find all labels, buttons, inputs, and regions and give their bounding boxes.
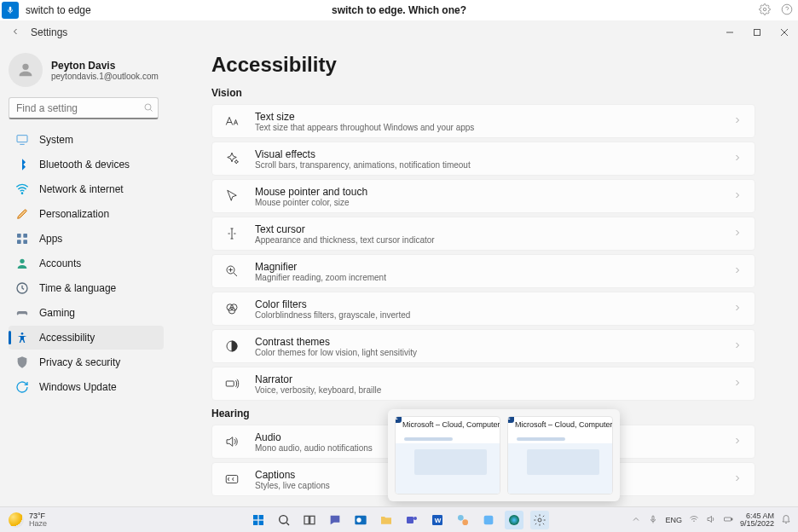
back-button[interactable] <box>10 26 20 39</box>
sidebar-item-system[interactable]: System <box>9 128 164 152</box>
svg-rect-9 <box>17 136 27 142</box>
svg-rect-29 <box>253 515 257 519</box>
taskbar-word[interactable]: W <box>428 511 447 529</box>
bluetooth-icon <box>15 158 29 171</box>
item-visual-effects[interactable]: Visual effectsScroll bars, transparency,… <box>211 142 755 176</box>
maximize-button[interactable] <box>743 20 771 44</box>
window-titlebar: Settings <box>0 20 798 44</box>
svg-rect-45 <box>484 515 494 524</box>
sidebar-item-network[interactable]: Network & internet <box>9 177 164 201</box>
search-field[interactable] <box>9 97 164 119</box>
thumb-preview <box>508 432 612 494</box>
item-desc: Appearance and thickness, text cursor in… <box>255 235 732 245</box>
taskbar-app-1[interactable] <box>454 511 472 529</box>
sidebar-item-accounts[interactable]: Accounts <box>9 252 164 275</box>
item-title: Text cursor <box>255 223 732 235</box>
magnifier-icon <box>224 263 240 279</box>
sidebar-item-time[interactable]: Time & language <box>9 276 164 300</box>
svg-rect-27 <box>226 381 234 386</box>
tray-wifi-icon[interactable] <box>689 514 699 526</box>
taskbar-edge[interactable] <box>505 511 523 529</box>
item-title: Color filters <box>255 298 732 310</box>
item-text-size[interactable]: Text sizeText size that appears througho… <box>211 104 755 138</box>
svg-point-7 <box>145 104 151 110</box>
sidebar-item-label: Accounts <box>39 257 81 269</box>
search-icon <box>143 102 153 115</box>
taskbar-settings[interactable] <box>530 511 549 529</box>
window-switcher-popup: 1 Microsoft – Cloud, Computers, … 2 Micr… <box>388 409 620 501</box>
section-vision: Vision <box>211 87 755 99</box>
item-magnifier[interactable]: MagnifierMagnifier reading, zoom increme… <box>211 254 755 288</box>
tray-date: 9/15/2022 <box>740 520 774 528</box>
mic-icon[interactable] <box>2 2 19 19</box>
sidebar-item-privacy[interactable]: Privacy & security <box>9 350 164 374</box>
sidebar-item-update[interactable]: Windows Update <box>9 375 164 399</box>
narrator-icon <box>224 376 240 391</box>
thumb-badge: 1 <box>395 416 402 423</box>
sidebar-item-label: Windows Update <box>39 381 117 393</box>
contrast-icon <box>224 338 240 354</box>
tray-lang[interactable]: ENG <box>665 516 682 524</box>
sidebar-item-gaming[interactable]: Gaming <box>9 301 164 325</box>
weather-icon <box>9 512 24 528</box>
item-text-cursor[interactable]: Text cursorAppearance and thickness, tex… <box>211 217 755 251</box>
item-title: Contrast themes <box>255 336 732 348</box>
start-button[interactable] <box>249 511 268 529</box>
minimize-button[interactable] <box>716 20 743 44</box>
person-icon <box>15 257 29 270</box>
close-button[interactable] <box>771 20 798 44</box>
svg-point-40 <box>413 517 417 520</box>
svg-rect-31 <box>253 520 257 524</box>
item-desc: Voice, verbosity, keyboard, braille <box>255 385 732 395</box>
taskbar-weather[interactable]: 73°FHaze <box>9 512 47 528</box>
voice-command-bar: switch to edge switch to edge. Which one… <box>0 0 798 20</box>
item-desc: Colorblindness filters, grayscale, inver… <box>255 310 732 320</box>
search-input[interactable] <box>9 97 159 119</box>
chevron-right-icon <box>732 340 743 353</box>
sidebar-item-label: Time & language <box>39 282 116 294</box>
chevron-right-icon <box>732 228 743 240</box>
taskbar-teams[interactable] <box>402 511 421 529</box>
sidebar-item-label: Accessibility <box>39 332 95 344</box>
item-narrator[interactable]: NarratorVoice, verbosity, keyboard, brai… <box>211 367 755 401</box>
tray-mic-icon[interactable] <box>648 514 658 526</box>
taskbar-outlook[interactable] <box>351 511 370 529</box>
sidebar-item-accessibility[interactable]: Accessibility <box>9 326 164 350</box>
tray-volume-icon[interactable] <box>706 514 716 526</box>
profile-block[interactable]: Peyton Davis peytondavis.1@outlook.com <box>9 53 164 87</box>
item-contrast-themes[interactable]: Contrast themesColor themes for low visi… <box>211 329 755 363</box>
taskbar-explorer[interactable] <box>377 511 396 529</box>
window-title: Settings <box>31 26 67 38</box>
taskbar-search[interactable] <box>275 511 293 529</box>
window-thumb-1[interactable]: 1 Microsoft – Cloud, Computers, … <box>395 416 500 494</box>
item-desc: Scroll bars, transparency, animations, n… <box>255 160 732 170</box>
svg-point-46 <box>509 515 519 525</box>
gear-icon[interactable] <box>759 3 771 18</box>
sidebar-item-apps[interactable]: Apps <box>9 227 164 251</box>
item-color-filters[interactable]: Color filtersColorblindness filters, gra… <box>211 292 755 326</box>
taskbar-app-2[interactable] <box>479 511 498 529</box>
sidebar-item-personalization[interactable]: Personalization <box>9 202 164 226</box>
tray-battery-icon[interactable] <box>723 514 733 526</box>
sidebar: Peyton Davis peytondavis.1@outlook.com S… <box>0 44 171 508</box>
help-icon[interactable] <box>781 3 793 18</box>
tray-notifications-icon[interactable] <box>781 514 791 526</box>
sidebar-item-label: System <box>39 134 73 146</box>
tray-clock[interactable]: 6:45 AM9/15/2022 <box>740 512 774 528</box>
item-title: Visual effects <box>255 148 732 160</box>
tray-chevron-icon[interactable] <box>631 514 641 526</box>
task-view-button[interactable] <box>300 511 319 529</box>
taskbar-chat[interactable] <box>326 511 344 529</box>
chevron-right-icon <box>732 190 743 203</box>
svg-rect-39 <box>407 517 413 523</box>
item-mouse[interactable]: Mouse pointer and touchMouse pointer col… <box>211 179 755 213</box>
window-thumb-2[interactable]: 2 Microsoft – Cloud, Computers, … <box>507 416 613 494</box>
sidebar-item-bluetooth[interactable]: Bluetooth & devices <box>9 153 164 176</box>
svg-point-18 <box>21 332 24 335</box>
profile-name: Peyton Davis <box>51 60 159 72</box>
shield-icon <box>15 356 29 369</box>
svg-rect-13 <box>23 234 27 238</box>
nav-list: System Bluetooth & devices Network & int… <box>9 128 164 399</box>
text-size-icon <box>224 113 240 129</box>
avatar <box>9 53 43 87</box>
